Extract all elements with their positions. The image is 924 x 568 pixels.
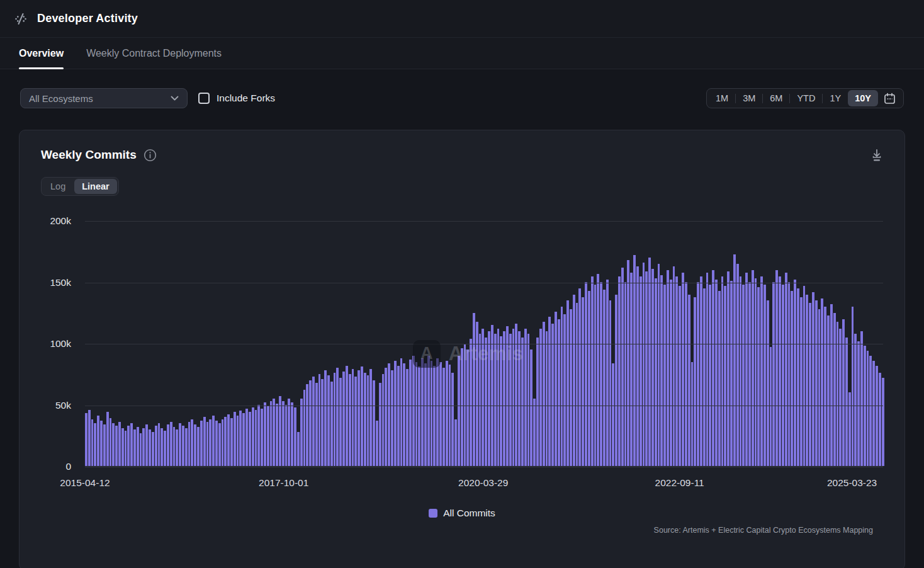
bar[interactable]	[91, 419, 94, 466]
bar[interactable]	[361, 366, 363, 466]
bar[interactable]	[197, 427, 200, 466]
bar[interactable]	[288, 399, 290, 466]
bar[interactable]	[748, 282, 751, 466]
bar[interactable]	[763, 285, 766, 466]
bar[interactable]	[167, 424, 169, 466]
bar[interactable]	[112, 423, 115, 466]
time-range-10y-button[interactable]: 10Y	[848, 90, 878, 106]
bar[interactable]	[643, 263, 645, 466]
bar[interactable]	[297, 432, 300, 466]
bar[interactable]	[245, 409, 248, 466]
bar[interactable]	[261, 409, 263, 466]
bar[interactable]	[546, 331, 548, 466]
bar[interactable]	[603, 290, 606, 466]
bar[interactable]	[446, 361, 448, 466]
bar[interactable]	[752, 270, 754, 466]
bar[interactable]	[779, 276, 781, 466]
bar[interactable]	[497, 329, 500, 466]
bar[interactable]	[282, 401, 285, 466]
bar[interactable]	[712, 270, 714, 466]
bar[interactable]	[536, 338, 539, 466]
time-range-6m-button[interactable]: 6M	[763, 89, 789, 108]
bar[interactable]	[845, 338, 848, 466]
bar[interactable]	[224, 417, 227, 466]
bar[interactable]	[403, 363, 405, 466]
bar[interactable]	[421, 358, 424, 466]
bar[interactable]	[485, 338, 487, 466]
bar[interactable]	[715, 280, 718, 466]
bar[interactable]	[627, 260, 629, 466]
bar[interactable]	[576, 303, 578, 466]
bar[interactable]	[566, 300, 569, 466]
bar[interactable]	[255, 410, 257, 466]
bar[interactable]	[364, 373, 366, 466]
bar[interactable]	[94, 423, 96, 466]
bar[interactable]	[294, 407, 296, 466]
bar[interactable]	[506, 326, 509, 466]
bar[interactable]	[339, 378, 342, 466]
bar[interactable]	[833, 313, 836, 466]
bar[interactable]	[194, 424, 196, 466]
bar[interactable]	[700, 276, 702, 466]
bar[interactable]	[494, 334, 497, 466]
bar[interactable]	[812, 292, 814, 466]
bar[interactable]	[391, 370, 393, 466]
bar[interactable]	[852, 307, 854, 466]
bar[interactable]	[303, 390, 306, 466]
bar[interactable]	[615, 295, 617, 466]
bar[interactable]	[110, 418, 112, 466]
bar[interactable]	[721, 276, 724, 466]
bar[interactable]	[867, 351, 869, 466]
bar[interactable]	[727, 271, 730, 466]
bar[interactable]	[182, 426, 184, 466]
download-button[interactable]	[870, 148, 883, 162]
bar[interactable]	[130, 423, 133, 466]
bar[interactable]	[239, 411, 242, 466]
bar[interactable]	[454, 419, 457, 466]
bar[interactable]	[703, 288, 706, 466]
bar[interactable]	[797, 288, 799, 466]
bar[interactable]	[860, 331, 863, 466]
bar[interactable]	[660, 275, 663, 466]
bar[interactable]	[188, 422, 191, 466]
bar[interactable]	[222, 419, 224, 466]
bar[interactable]	[839, 329, 842, 466]
bar[interactable]	[527, 334, 530, 466]
bar[interactable]	[242, 413, 245, 466]
bar[interactable]	[718, 291, 721, 466]
bar[interactable]	[436, 358, 439, 466]
bar[interactable]	[582, 297, 584, 466]
bar[interactable]	[327, 375, 330, 466]
bar[interactable]	[591, 276, 594, 466]
bar[interactable]	[97, 416, 99, 466]
bar[interactable]	[782, 285, 784, 466]
bar[interactable]	[100, 421, 103, 466]
bar[interactable]	[479, 334, 482, 466]
bar[interactable]	[533, 399, 536, 466]
bar[interactable]	[230, 418, 233, 466]
bar[interactable]	[785, 273, 787, 466]
time-range-1m-button[interactable]: 1M	[709, 89, 735, 108]
bar[interactable]	[252, 407, 254, 466]
bar[interactable]	[530, 349, 532, 466]
bar[interactable]	[133, 429, 136, 466]
bar[interactable]	[791, 291, 793, 466]
bar[interactable]	[367, 375, 369, 466]
bar[interactable]	[745, 273, 748, 466]
bar[interactable]	[85, 413, 87, 466]
bar[interactable]	[330, 382, 333, 466]
bar[interactable]	[521, 338, 524, 466]
bar[interactable]	[655, 278, 657, 466]
bar[interactable]	[267, 406, 269, 466]
bar[interactable]	[685, 282, 687, 466]
bar[interactable]	[334, 373, 336, 466]
bar[interactable]	[757, 287, 760, 466]
bar[interactable]	[742, 285, 745, 466]
bar[interactable]	[137, 427, 139, 466]
bar[interactable]	[512, 329, 515, 466]
bar[interactable]	[740, 276, 742, 466]
bar[interactable]	[691, 362, 694, 466]
bar[interactable]	[312, 377, 315, 466]
bar[interactable]	[491, 325, 493, 466]
bar[interactable]	[152, 432, 154, 466]
